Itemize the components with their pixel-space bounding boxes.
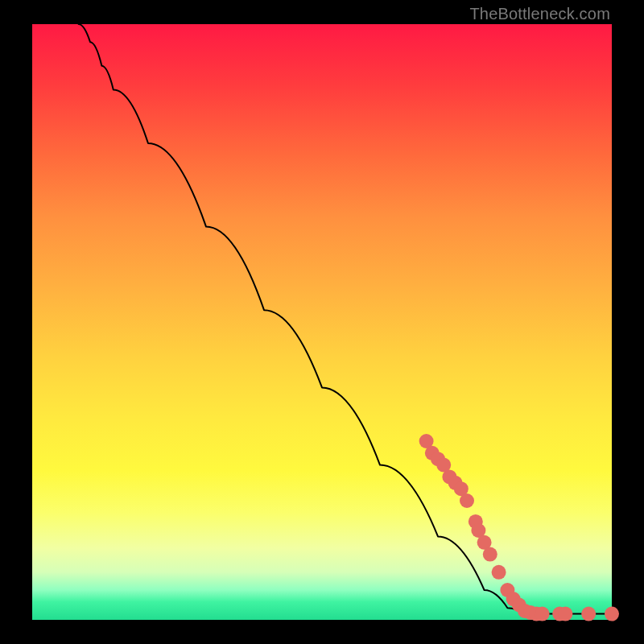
data-markers — [419, 434, 619, 621]
data-marker — [558, 607, 572, 621]
watermark-text: TheBottleneck.com — [469, 5, 610, 23]
chart-svg — [32, 24, 612, 620]
data-marker — [483, 547, 497, 562]
data-marker — [460, 493, 474, 508]
data-marker — [492, 565, 506, 580]
data-marker — [535, 607, 550, 621]
plot-area — [32, 24, 612, 620]
data-marker — [605, 607, 619, 621]
data-marker — [581, 607, 596, 621]
chart-frame: TheBottleneck.com — [0, 0, 644, 644]
curve-line — [79, 24, 612, 614]
